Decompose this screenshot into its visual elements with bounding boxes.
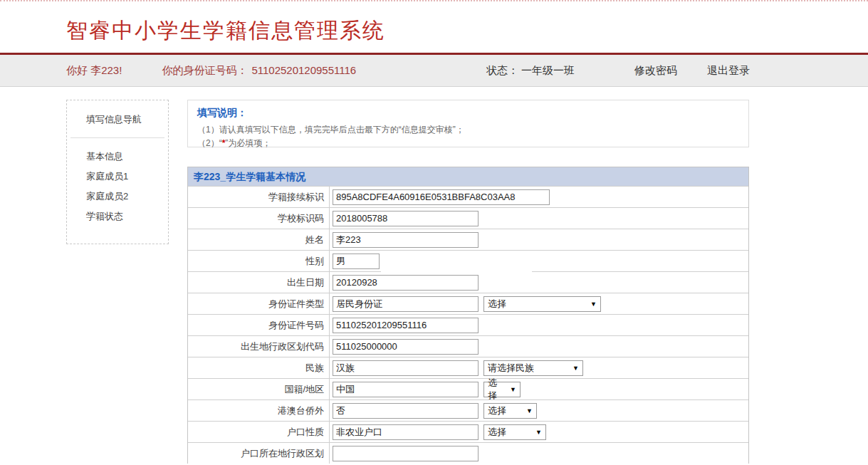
form-row-7: 身份证件号码	[188, 314, 748, 335]
field-input-4[interactable]	[333, 254, 380, 269]
field-input-13[interactable]	[333, 446, 479, 461]
status-value: 一年级一班	[521, 64, 575, 76]
field-input-1[interactable]	[333, 189, 550, 205]
sidebar-items: 基本信息家庭成员1家庭成员2学籍状态	[67, 147, 168, 226]
field-label-12: 户口性质	[188, 422, 330, 442]
form-row-11: 港澳台侨外选择▼	[188, 399, 748, 421]
topbar-right: 状态：一年级一班 修改密码 退出登录	[486, 64, 750, 78]
chevron-down-icon: ▼	[572, 365, 579, 372]
field-cell-8	[330, 336, 748, 357]
instructions-title: 填写说明：	[197, 107, 739, 120]
status-label: 状态：	[486, 64, 518, 76]
id-number-label: 你的身份证号码：	[162, 64, 247, 76]
field-select-11[interactable]: 选择▼	[483, 403, 537, 419]
form-row-9: 民族请选择民族▼	[188, 357, 748, 378]
field-input-5[interactable]	[333, 275, 479, 291]
form-row-5: 出生日期	[188, 271, 748, 293]
field-cell-5	[330, 272, 748, 293]
site-header: 智睿中小学生学籍信息管理系统	[0, 0, 868, 55]
field-input-9[interactable]	[333, 360, 479, 376]
instruction-line-2-post: ”为必填项；	[225, 138, 271, 148]
field-label-1: 学籍接续标识	[188, 187, 330, 207]
field-label-6: 身份证件类型	[188, 293, 330, 314]
field-select-value-11: 选择	[488, 404, 506, 417]
field-cell-3	[330, 229, 748, 250]
field-label-3: 姓名	[188, 229, 330, 250]
sidebar-item-2[interactable]: 家庭成员1	[67, 167, 168, 187]
field-cell-12: 选择▼	[330, 422, 748, 442]
chevron-down-icon: ▼	[510, 386, 516, 393]
form-row-2: 学校标识码	[188, 207, 748, 229]
form-title-bar: 李223_学生学籍基本情况	[188, 167, 748, 186]
sidebar-item-1[interactable]: 基本信息	[67, 147, 168, 167]
sidebar-title: 填写信息导航	[67, 113, 168, 126]
field-select-value-12: 选择	[488, 426, 506, 439]
form-row-8: 出生地行政区划代码	[188, 335, 748, 357]
field-cell-1	[330, 187, 748, 207]
instructions-box: 填写说明： （1）请认真填写以下信息，填完完毕后点击最下方的“信息提交审核”； …	[187, 100, 749, 147]
field-cell-10: 选择▼	[330, 379, 748, 399]
field-input-7[interactable]	[333, 318, 479, 333]
field-label-9: 民族	[188, 357, 330, 378]
field-input-2[interactable]	[333, 211, 479, 226]
field-select-value-6: 选择	[488, 298, 506, 310]
field-cell-2	[330, 208, 748, 229]
field-input-11[interactable]	[333, 403, 479, 419]
form-row-10: 国籍/地区选择▼	[188, 378, 748, 399]
topbar: 你好 李223! 你的身份证号码：511025201209551116 状态：一…	[0, 55, 868, 87]
chevron-down-icon: ▼	[535, 429, 542, 436]
field-input-3[interactable]	[333, 232, 479, 248]
sidebar-item-4[interactable]: 学籍状态	[67, 207, 168, 226]
field-cell-9: 请选择民族▼	[330, 357, 748, 378]
logout-link[interactable]: 退出登录	[707, 64, 750, 78]
field-input-12[interactable]	[333, 424, 479, 440]
field-label-10: 国籍/地区	[188, 379, 330, 399]
field-input-8[interactable]	[333, 339, 479, 355]
field-label-2: 学校标识码	[188, 208, 330, 229]
main-column: 填写说明： （1）请认真填写以下信息，填完完毕后点击最下方的“信息提交审核”； …	[187, 100, 749, 464]
form-row-1: 学籍接续标识	[188, 186, 748, 207]
field-label-11: 港澳台侨外	[188, 400, 330, 421]
form-row-12: 户口性质选择▼	[188, 421, 748, 442]
form-row-3: 姓名	[188, 229, 748, 250]
change-password-link[interactable]: 修改密码	[634, 64, 677, 78]
field-cell-13	[330, 443, 748, 464]
chevron-down-icon: ▼	[526, 407, 533, 414]
form-row-13: 户口所在地行政区划	[188, 442, 748, 464]
id-number-wrap: 你的身份证号码：511025201209551116	[162, 64, 356, 78]
sidebar-nav: 填写信息导航 基本信息家庭成员1家庭成员2学籍状态	[66, 100, 169, 244]
white-overlay-patch	[381, 251, 532, 273]
field-select-12[interactable]: 选择▼	[483, 424, 546, 440]
field-input-10[interactable]	[333, 382, 479, 397]
instruction-line-1: （1）请认真填写以下信息，填完完毕后点击最下方的“信息提交审核”；	[197, 123, 739, 137]
student-info-form: 李223_学生学籍基本情况 学籍接续标识学校标识码姓名性别出生日期身份证件类型选…	[187, 167, 749, 464]
status-wrap: 状态：一年级一班	[486, 64, 575, 78]
field-select-value-10: 选择	[488, 377, 504, 402]
chevron-down-icon: ▼	[590, 301, 597, 308]
field-label-8: 出生地行政区划代码	[188, 336, 330, 357]
sidebar-divider	[70, 137, 164, 138]
field-label-13: 户口所在地行政区划	[188, 443, 330, 464]
greeting-text: 你好 李223!	[66, 64, 122, 78]
instruction-line-2-pre: （2）“	[197, 138, 222, 148]
field-cell-11: 选择▼	[330, 400, 748, 421]
site-title: 智睿中小学生学籍信息管理系统	[66, 1, 868, 46]
instruction-line-2: （2）“*”为必填项；	[197, 137, 739, 150]
field-cell-6: 选择▼	[330, 293, 748, 314]
field-input-6[interactable]	[333, 296, 479, 312]
field-cell-7	[330, 315, 748, 335]
form-row-4: 性别	[188, 250, 748, 271]
id-number-value: 511025201209551116	[251, 64, 356, 76]
field-label-5: 出生日期	[188, 272, 330, 293]
field-label-7: 身份证件号码	[188, 315, 330, 335]
form-row-6: 身份证件类型选择▼	[188, 293, 748, 314]
field-select-6[interactable]: 选择▼	[483, 296, 601, 312]
field-select-9[interactable]: 请选择民族▼	[483, 360, 583, 376]
field-select-value-9: 请选择民族	[488, 362, 534, 375]
sidebar-item-3[interactable]: 家庭成员2	[67, 187, 168, 207]
field-select-10[interactable]: 选择▼	[483, 382, 521, 397]
form-rows: 学籍接续标识学校标识码姓名性别出生日期身份证件类型选择▼身份证件号码出生地行政区…	[188, 186, 748, 464]
field-label-4: 性别	[188, 251, 330, 271]
